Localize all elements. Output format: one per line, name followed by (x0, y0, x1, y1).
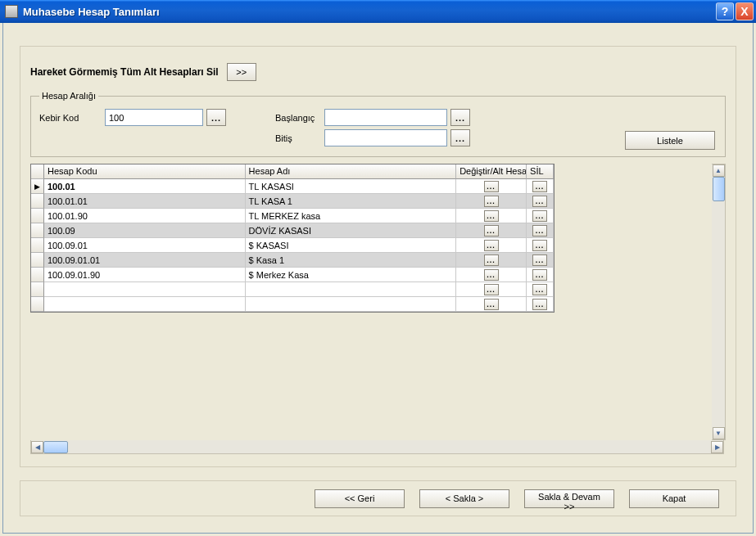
cell-name[interactable]: DÖVİZ KASASI (246, 223, 457, 238)
col-header-sil[interactable]: SİL (527, 164, 554, 179)
change-row-button[interactable]: ... (484, 254, 499, 266)
delete-row-button[interactable]: ... (532, 210, 547, 222)
ellipsis-icon: ... (455, 113, 465, 123)
cell-sil: ... (527, 253, 554, 268)
kebir-input[interactable] (105, 109, 203, 126)
close-window-button[interactable]: X (736, 2, 754, 20)
scroll-left-button[interactable]: ◀ (31, 441, 43, 453)
save-continue-label: Sakla & Devam >> (538, 492, 600, 511)
table-row[interactable]: ▶100.01TL KASASI...... (31, 179, 554, 194)
cell-name[interactable]: TL KASA 1 (246, 194, 457, 209)
cell-change: ... (456, 297, 527, 312)
chevron-right-icon: ▶ (715, 444, 720, 451)
delete-row-button[interactable]: ... (532, 284, 547, 295)
change-row-button[interactable]: ... (484, 225, 499, 236)
ellipsis-icon: ... (536, 212, 545, 220)
change-row-button[interactable]: ... (484, 269, 499, 281)
delete-row-button[interactable]: ... (532, 196, 547, 207)
cell-sil: ... (527, 223, 554, 238)
delete-row-button[interactable]: ... (532, 254, 547, 266)
table-row[interactable]: 100.09.01.01$ Kasa 1...... (31, 253, 554, 268)
table-row[interactable]: 100.01.90TL MERKEZ kasa...... (31, 209, 554, 223)
cell-name[interactable] (246, 282, 457, 297)
ellipsis-icon: ... (536, 197, 545, 205)
cell-name[interactable]: $ Merkez Kasa (246, 268, 457, 282)
col-header-name[interactable]: Hesap Adı (246, 164, 457, 179)
close-icon: X (740, 5, 748, 18)
ellipsis-icon: ... (536, 227, 545, 235)
vertical-scrollbar[interactable]: ▲ ▼ (712, 164, 726, 440)
footer-bar: << Geri < Sakla > Sakla & Devam >> Kapat (20, 480, 736, 516)
scroll-thumb-v[interactable] (713, 177, 725, 201)
ellipsis-icon: ... (536, 300, 545, 309)
cell-change: ... (456, 209, 527, 223)
ellipsis-icon: ... (487, 197, 496, 205)
cell-code[interactable]: 100.01.90 (44, 209, 246, 223)
ellipsis-icon: ... (536, 286, 545, 294)
back-button[interactable]: << Geri (315, 489, 405, 508)
row-header (31, 253, 44, 268)
cell-code[interactable]: 100.09 (44, 223, 246, 238)
cell-name[interactable]: TL MERKEZ kasa (246, 209, 457, 223)
ellipsis-icon: ... (487, 256, 496, 264)
col-header-change[interactable]: Değiştir/Alt Hesap (456, 164, 527, 179)
cell-code[interactable] (44, 282, 246, 297)
cell-name[interactable] (246, 297, 457, 312)
cell-sil: ... (527, 194, 554, 209)
row-header: ▶ (31, 179, 44, 194)
cell-change: ... (456, 223, 527, 238)
cell-change: ... (456, 179, 527, 194)
change-row-button[interactable]: ... (484, 196, 499, 207)
table-row[interactable]: 100.09DÖVİZ KASASI...... (31, 223, 554, 238)
bitis-lookup-button[interactable]: ... (450, 129, 470, 146)
cell-code[interactable]: 100.09.01.01 (44, 253, 246, 268)
delete-row-button[interactable]: ... (532, 299, 547, 310)
table-row[interactable]: 100.09.01.90$ Merkez Kasa...... (31, 268, 554, 282)
delete-row-button[interactable]: ... (532, 240, 547, 251)
save-continue-button[interactable]: Sakla & Devam >> (524, 489, 614, 508)
col-header-code[interactable]: Hesap Kodu (44, 164, 246, 179)
row-header (31, 209, 44, 223)
cell-name[interactable]: $ Kasa 1 (246, 253, 457, 268)
close-button[interactable]: Kapat (629, 489, 719, 508)
delete-row-button[interactable]: ... (532, 269, 547, 281)
section-title-text: Hareket Görmemiş Tüm Alt Hesapları Sil (30, 66, 219, 78)
window-title: Muhasebe Hesap Tanımları (23, 6, 714, 18)
grid-corner (31, 164, 44, 179)
cell-code[interactable]: 100.09.01 (44, 238, 246, 253)
scroll-up-button[interactable]: ▲ (713, 164, 725, 177)
scroll-down-button[interactable]: ▼ (713, 427, 725, 439)
cell-code[interactable]: 100.09.01.90 (44, 268, 246, 282)
table-row[interactable]: 100.09.01$ KASASI...... (31, 238, 554, 253)
cell-code[interactable] (44, 297, 246, 312)
cell-sil: ... (527, 282, 554, 297)
ellipsis-icon: ... (536, 241, 545, 250)
baslangic-lookup-button[interactable]: ... (450, 109, 470, 126)
change-row-button[interactable]: ... (484, 181, 499, 192)
cell-name[interactable]: TL KASASI (246, 179, 457, 194)
kebir-lookup-button[interactable]: ... (206, 109, 226, 126)
ellipsis-icon: ... (536, 182, 545, 191)
listele-button[interactable]: Listele (625, 131, 715, 150)
cell-code[interactable]: 100.01 (44, 179, 246, 194)
help-button[interactable]: ? (716, 2, 734, 20)
bitis-input[interactable] (324, 129, 447, 146)
chevron-down-icon: ▼ (715, 430, 722, 437)
cell-name[interactable]: $ KASASI (246, 238, 457, 253)
change-row-button[interactable]: ... (484, 299, 499, 310)
change-row-button[interactable]: ... (484, 240, 499, 251)
scroll-thumb-h[interactable] (43, 441, 68, 453)
scroll-right-button[interactable]: ▶ (711, 441, 723, 453)
delete-row-button[interactable]: ... (532, 181, 547, 192)
change-row-button[interactable]: ... (484, 210, 499, 222)
table-row[interactable]: ...... (31, 297, 554, 312)
table-row[interactable]: ...... (31, 282, 554, 297)
baslangic-input[interactable] (324, 109, 447, 126)
cell-code[interactable]: 100.01.01 (44, 194, 246, 209)
horizontal-scrollbar[interactable]: ◀ ▶ (30, 440, 724, 454)
run-delete-button[interactable]: >> (227, 63, 256, 81)
table-row[interactable]: 100.01.01TL KASA 1...... (31, 194, 554, 209)
save-button[interactable]: < Sakla > (419, 489, 509, 508)
change-row-button[interactable]: ... (484, 284, 499, 295)
delete-row-button[interactable]: ... (532, 225, 547, 236)
